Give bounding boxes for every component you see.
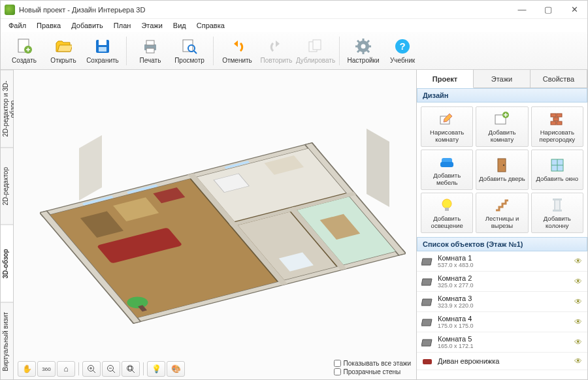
tab-properties[interactable]: Свойства [531,70,587,87]
add-lighting-button[interactable]: Добавить освещение [421,193,473,233]
pencil-room-icon [438,110,455,127]
add-room-button[interactable]: Добавить комнату [476,106,528,147]
menu-file[interactable]: Файл [5,20,30,31]
home-view-button[interactable]: ⌂ [57,361,75,377]
settings-button[interactable]: Настройки [345,33,382,69]
gear-icon [354,37,372,55]
svg-rect-50 [551,114,556,117]
svg-rect-3 [99,40,106,45]
view-options: Показывать все этажи Прозрачные стены [334,360,411,375]
add-window-button[interactable]: Добавить окно [531,150,583,190]
design-grid: Нарисовать комнату Добавить комнату Нари… [417,103,587,237]
zoom-out-button[interactable] [102,361,120,377]
titlebar: Новый проект - Дизайн Интерьера 3D — ▢ ✕ [1,1,587,19]
tab-virtual-visit[interactable]: Виртуальный визит [1,302,13,380]
maximize-button[interactable]: ▢ [539,3,557,16]
redo-button[interactable]: Повторить [258,33,295,69]
stairs-icon [493,197,510,214]
draw-room-button[interactable]: Нарисовать комнату [421,106,473,147]
undo-button[interactable]: Отменить [219,33,255,69]
svg-marker-65 [421,259,432,265]
print-button[interactable]: Печать [132,33,169,69]
palette-button[interactable]: 🎨 [167,361,185,377]
add-furniture-button[interactable]: Добавить мебель [421,150,473,190]
zoom-in-button[interactable] [82,361,101,377]
brick-wall-icon [549,110,566,127]
object-list[interactable]: Комната 1537.0 x 483.0 👁 Комната 2325.0 … [417,251,587,379]
list-item[interactable]: Диван еврокнижка 👁 [417,353,587,370]
tab-project[interactable]: Проект [417,70,474,88]
duplicate-icon [306,37,325,55]
add-room-icon [493,110,510,127]
preview-button[interactable]: Просмотр [171,33,208,69]
armchair-icon [438,153,455,170]
tab-floors[interactable]: Этажи [474,70,531,87]
menu-edit[interactable]: Правка [33,20,65,31]
design-header: Дизайн [417,88,587,103]
list-item[interactable]: Комната 5165.0 x 172.1 👁 [417,332,587,353]
list-item[interactable]: Комната 1537.0 x 483.0 👁 [417,251,587,272]
menu-plan[interactable]: План [110,20,135,31]
create-button[interactable]: Создать [6,33,42,69]
tab-2d-editor[interactable]: 2D-редактор [1,148,13,225]
save-button[interactable]: Сохранить [84,33,121,69]
toolbar-separator [339,37,340,65]
add-door-button[interactable]: Добавить дверь [476,150,528,190]
side-tabs: 2D-редактор и 3D-обзор 2D-редактор 3D-об… [1,70,14,379]
hand-tool-button[interactable]: ✋ [18,361,36,377]
folder-open-icon [54,37,73,55]
right-panel: Проект Этажи Свойства Дизайн Нарисовать … [416,70,587,379]
door-icon [493,157,510,174]
transparent-walls-checkbox[interactable]: Прозрачные стены [334,368,411,375]
light-toggle-button[interactable]: 💡 [147,361,165,377]
objects-header: Список объектов (Этаж №1) [417,237,587,251]
save-icon [93,37,112,55]
toolbar-separator [126,37,127,65]
minimize-button[interactable]: — [513,3,531,16]
tab-3d-view[interactable]: 3D-обзор [1,225,13,302]
tutorial-button[interactable]: ? Учебник [384,33,421,69]
close-button[interactable]: ✕ [565,3,583,16]
svg-rect-4 [99,47,106,52]
visibility-icon[interactable]: 👁 [574,297,583,306]
room-icon [421,316,434,328]
list-item[interactable]: Комната 3323.9 x 220.0 👁 [417,292,587,312]
furniture-icon [421,355,434,367]
svg-point-60 [442,199,451,208]
add-column-button[interactable]: Добавить колонну [531,193,583,233]
show-all-floors-checkbox[interactable]: Показывать все этажи [334,360,411,367]
visibility-icon[interactable]: 👁 [574,277,583,286]
undo-icon [228,37,246,55]
list-item[interactable]: Комната 4175.0 x 175.0 👁 [417,312,587,332]
svg-rect-61 [445,208,449,211]
svg-marker-67 [421,299,432,306]
list-item[interactable]: Комната 2325.0 x 277.0 👁 [417,272,587,292]
zoom-fit-button[interactable] [122,361,140,377]
rotate-360-button[interactable]: 360 [37,361,56,377]
room-icon [421,255,434,267]
stairs-button[interactable]: Лестницы и вырезы [476,193,528,233]
visibility-icon[interactable]: 👁 [574,317,583,326]
menu-add[interactable]: Добавить [67,20,107,31]
draw-wall-button[interactable]: Нарисовать перегородку [531,106,583,147]
menu-floors[interactable]: Этажи [137,20,166,31]
menu-help[interactable]: Справка [193,20,229,31]
svg-rect-57 [498,159,506,172]
visibility-icon[interactable]: 👁 [574,338,583,347]
tab-2d-3d[interactable]: 2D-редактор и 3D-обзор [1,70,13,148]
menu-view[interactable]: Вид [169,20,190,31]
new-file-icon [15,37,33,55]
visibility-icon[interactable]: 👁 [574,356,583,366]
app-icon [5,5,15,15]
svg-rect-51 [557,114,562,117]
svg-marker-66 [421,279,432,285]
svg-point-13 [361,44,366,49]
svg-marker-42 [367,129,389,207]
printer-icon [141,37,159,55]
open-button[interactable]: Открыть [45,33,82,69]
visibility-icon[interactable]: 👁 [574,257,583,266]
3d-viewport[interactable]: ✋ 360 ⌂ 💡 🎨 Показывать все этажи Прозрач… [14,70,416,379]
duplicate-button[interactable]: Дублировать [297,33,334,69]
room-icon [421,336,434,348]
toolbar: Создать Открыть Сохранить Печать Просмот… [1,32,587,70]
